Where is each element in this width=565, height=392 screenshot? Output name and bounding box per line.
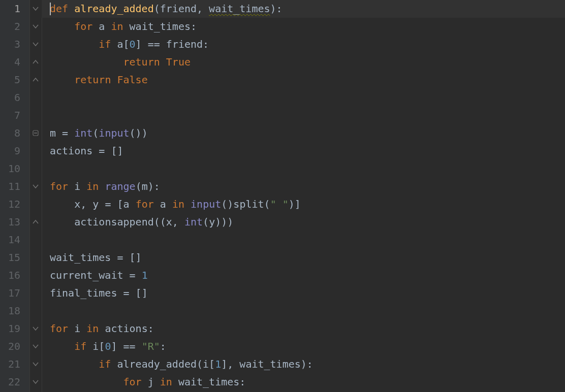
fold-close-icon[interactable] — [33, 219, 39, 225]
var: current_wait — [50, 269, 130, 281]
string-literal: " " — [270, 198, 289, 210]
operator: = — [130, 269, 136, 281]
fold-open-icon[interactable] — [33, 41, 39, 47]
builtin-int: int — [184, 216, 203, 228]
line-number[interactable]: 14 — [0, 231, 20, 249]
line-number[interactable]: 20 — [0, 338, 20, 355]
arg: m — [142, 180, 148, 192]
code-editor: 1 2 3 4 5 6 7 8 9 10 11 12 13 14 15 16 1… — [0, 0, 565, 392]
keyword-if: if — [74, 340, 86, 352]
line-number[interactable]: 21 — [0, 355, 20, 373]
var: a — [160, 198, 172, 210]
arg: x — [166, 216, 172, 228]
keyword-def: def — [50, 3, 68, 15]
keyword-false: False — [117, 74, 147, 86]
operator: = — [62, 127, 68, 139]
fold-open-icon[interactable] — [33, 379, 39, 385]
line-number[interactable]: 10 — [0, 160, 20, 178]
code-area[interactable]: def already_added(friend, wait_times): f… — [42, 0, 565, 392]
line-number[interactable]: 17 — [0, 284, 20, 302]
empty-list: [] — [130, 251, 142, 264]
var: x — [74, 198, 80, 210]
var: a — [123, 198, 136, 210]
keyword-in: in — [111, 20, 123, 32]
line-number[interactable]: 9 — [0, 142, 20, 160]
iterable: wait_times — [178, 376, 239, 388]
var: friend — [166, 38, 203, 50]
arg: i — [203, 358, 209, 370]
method-append: append — [117, 216, 153, 228]
fold-gutter — [29, 0, 42, 392]
iterable: wait_times — [130, 20, 191, 32]
empty-list: [] — [136, 287, 148, 299]
line-number[interactable]: 18 — [0, 302, 20, 320]
arg: y — [209, 216, 215, 228]
line-number[interactable]: 12 — [0, 195, 20, 213]
fold-open-icon[interactable] — [33, 6, 39, 12]
keyword-if: if — [99, 358, 111, 370]
number: 0 — [130, 38, 136, 50]
line-number[interactable]: 22 — [0, 373, 20, 391]
var: a — [117, 38, 123, 50]
var: actions — [74, 216, 117, 228]
var: i — [92, 340, 99, 352]
operator: = — [117, 251, 123, 264]
fold-close-icon[interactable] — [33, 59, 39, 65]
string-literal: "R" — [142, 340, 160, 352]
var: final_times — [50, 287, 123, 299]
operator: == — [123, 340, 136, 352]
var: i — [74, 180, 80, 192]
line-number[interactable]: 13 — [0, 213, 20, 231]
fold-open-icon[interactable] — [33, 130, 39, 136]
line-number[interactable]: 1 — [0, 0, 20, 18]
line-number[interactable]: 6 — [0, 89, 20, 107]
var: m — [50, 127, 62, 139]
caret — [50, 3, 51, 15]
var: i — [74, 322, 80, 335]
code-content[interactable]: def already_added(friend, wait_times): f… — [50, 0, 565, 391]
keyword-if: if — [99, 38, 111, 50]
line-number[interactable]: 15 — [0, 249, 20, 267]
fold-close-icon[interactable] — [33, 77, 39, 83]
operator: == — [148, 38, 160, 50]
var: actions — [50, 145, 99, 157]
fold-open-icon[interactable] — [33, 183, 39, 189]
keyword-true: True — [166, 56, 191, 68]
number: 1 — [215, 358, 221, 370]
keyword-for: for — [136, 198, 154, 210]
line-number[interactable]: 4 — [0, 53, 20, 71]
line-number[interactable]: 5 — [0, 71, 20, 89]
paren-close: ): — [270, 3, 282, 15]
line-number[interactable]: 7 — [0, 107, 20, 124]
keyword-in: in — [86, 180, 99, 192]
method-split: split — [233, 198, 264, 210]
fold-open-icon[interactable] — [33, 343, 39, 349]
iterable: actions — [105, 322, 147, 335]
line-number[interactable]: 3 — [0, 36, 20, 53]
line-number[interactable]: 11 — [0, 178, 20, 195]
line-number-gutter: 1 2 3 4 5 6 7 8 9 10 11 12 13 14 15 16 1… — [0, 0, 29, 392]
var: a — [99, 20, 105, 32]
keyword-for: for — [50, 322, 68, 335]
fold-open-icon[interactable] — [33, 325, 39, 332]
keyword-for: for — [123, 376, 142, 388]
keyword-in: in — [160, 376, 172, 388]
operator: = — [123, 287, 130, 299]
line-number[interactable]: 19 — [0, 320, 20, 338]
builtin-input: input — [191, 198, 221, 210]
var: j — [148, 376, 154, 388]
param: friend — [160, 3, 197, 15]
number: 1 — [142, 269, 148, 281]
fold-open-icon[interactable] — [33, 361, 39, 367]
operator: = — [105, 198, 111, 210]
arg: wait_times — [239, 358, 300, 370]
keyword-return: return — [123, 56, 160, 68]
function-name: already_added — [74, 3, 154, 15]
line-number[interactable]: 16 — [0, 267, 20, 284]
keyword-in: in — [86, 322, 99, 335]
line-number[interactable]: 2 — [0, 18, 20, 36]
fold-open-icon[interactable] — [33, 23, 39, 29]
paren-open: ( — [154, 3, 160, 15]
operator: = — [99, 145, 105, 157]
line-number[interactable]: 8 — [0, 124, 20, 142]
